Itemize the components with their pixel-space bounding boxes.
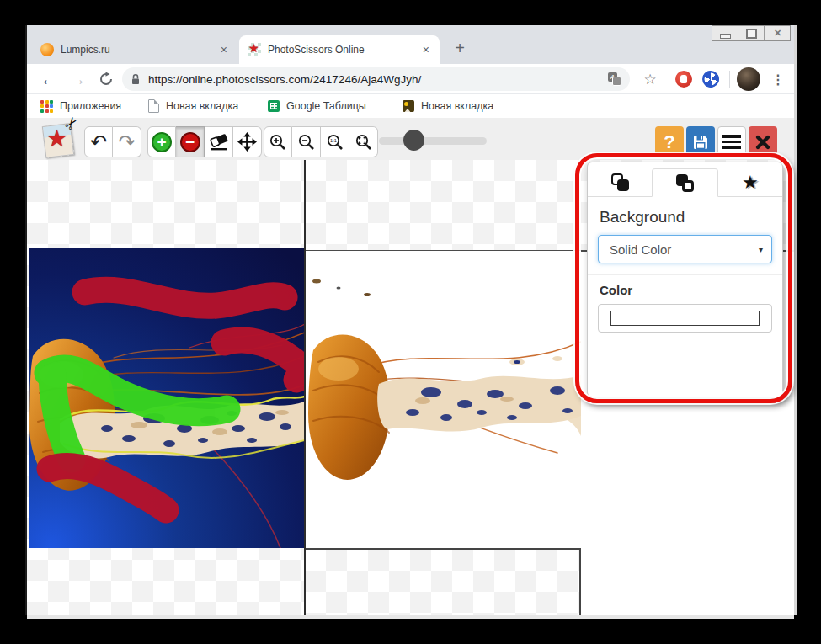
bookmark-google-sheets[interactable]: Google Таблицы (268, 94, 366, 118)
panel-tabs: ★ (588, 162, 782, 197)
sheets-icon (268, 100, 280, 112)
photoscissors-favicon-icon: ★ (248, 43, 261, 56)
address-bar[interactable]: https://online.photoscissors.com/2417246… (122, 67, 630, 91)
tab-title: PhotoScissors Online (268, 44, 421, 56)
tab-strip: ✕ Lumpics.ru × ★ PhotoScissors Online × … (27, 25, 794, 64)
transparency-checker-right-bottom (305, 548, 581, 615)
hamburger-icon (722, 135, 741, 138)
back-button[interactable]: ← (37, 67, 61, 91)
original-image-with-marks[interactable] (29, 248, 305, 548)
move-icon (237, 131, 258, 152)
close-x-icon (754, 134, 771, 151)
undo-button[interactable]: ↶ (84, 126, 113, 157)
brush-size-slider[interactable] (379, 137, 487, 145)
minus-circle-icon: − (180, 132, 200, 152)
photoscissors-logo: ★ ✂ (39, 120, 77, 158)
forward-button[interactable]: → (66, 67, 89, 91)
zoom-out-button[interactable] (292, 126, 321, 157)
history-group: ↶ ↷ (84, 126, 141, 157)
extension-icon[interactable] (702, 71, 719, 88)
brush-size-slider-thumb[interactable] (403, 130, 424, 151)
tab-photoscissors[interactable]: ★ PhotoScissors Online × (239, 35, 440, 64)
pan-button[interactable] (233, 126, 262, 157)
tab-close-icon[interactable]: × (421, 43, 431, 56)
eraser-button[interactable] (205, 126, 233, 157)
redo-icon: ↷ (118, 134, 135, 151)
window-controls: ✕ (712, 25, 791, 41)
reload-button[interactable] (94, 67, 118, 91)
zoom-group: 1:1 (264, 126, 378, 157)
save-floppy-icon (691, 133, 710, 152)
zoom-in-button[interactable] (264, 126, 292, 157)
result-image[interactable] (305, 251, 581, 548)
star-icon: ★ (742, 173, 759, 192)
profile-avatar[interactable] (737, 67, 760, 91)
screenshot-root: { "browser": { "tabs": [ {"title": "Lump… (0, 0, 821, 644)
panel-heading: Background (600, 208, 782, 226)
minimize-icon (720, 34, 731, 39)
zoom-in-icon (269, 133, 287, 152)
menu-button[interactable] (717, 126, 746, 157)
background-panel: ★ Background Solid Color ▾ Color (587, 162, 783, 397)
split-view-divider (304, 160, 306, 615)
bookmark-new-tab-2[interactable]: Новая вкладка (403, 94, 493, 118)
toolbar-separator (729, 71, 730, 88)
tab-title: Lumpics.ru (61, 44, 219, 56)
svg-text:1:1: 1:1 (330, 138, 337, 143)
layers-outline-icon (676, 174, 694, 192)
action-buttons: ? (655, 126, 777, 157)
undo-icon: ↶ (90, 134, 107, 151)
lock-icon (131, 73, 141, 86)
bookmarks-bar: Приложения Новая вкладка Google Таблицы … (27, 94, 794, 118)
close-editor-button[interactable] (749, 126, 777, 157)
image-icon (403, 100, 414, 112)
apps-grid-icon (40, 100, 53, 113)
keep-brush-button[interactable]: + (147, 126, 176, 157)
remove-brush-button[interactable]: − (176, 126, 205, 157)
translate-icon[interactable]: A (608, 72, 621, 86)
navigation-bar: ← → https://online.photoscissors.com/241… (27, 64, 794, 94)
zoom-out-icon (297, 133, 316, 152)
layers-filled-icon (611, 173, 629, 191)
plus-circle-icon: + (152, 132, 172, 152)
color-picker-button[interactable] (598, 304, 772, 333)
adblock-extension-icon[interactable] (675, 71, 692, 88)
maximize-icon (746, 29, 757, 39)
zoom-actual-button[interactable]: 1:1 (321, 126, 349, 157)
url-text[interactable]: https://online.photoscissors.com/2417246… (148, 73, 608, 86)
new-tab-button[interactable]: + (448, 36, 472, 60)
lumpics-favicon-icon (40, 43, 54, 56)
redo-button[interactable]: ↷ (113, 126, 141, 157)
bookmark-apps[interactable]: Приложения (40, 94, 121, 118)
background-type-dropdown[interactable]: Solid Color ▾ (598, 235, 772, 263)
bookmark-star-icon[interactable]: ☆ (638, 67, 662, 91)
color-label: Color (600, 283, 770, 297)
zoom-fit-icon (355, 133, 373, 152)
tab-lumpics[interactable]: Lumpics.ru × (32, 35, 237, 64)
close-icon: ✕ (774, 28, 781, 39)
star-icon: ★ (46, 125, 67, 152)
tab-background[interactable] (652, 168, 717, 197)
reload-icon (99, 72, 114, 87)
bookmark-new-tab[interactable]: Новая вкладка (148, 94, 238, 118)
close-window-button[interactable]: ✕ (764, 26, 790, 40)
brush-group: + − (147, 126, 262, 157)
page-icon (148, 99, 159, 113)
maximize-button[interactable] (738, 26, 764, 40)
tab-foreground[interactable] (588, 168, 652, 196)
panel-divider (588, 274, 782, 275)
chevron-down-icon: ▾ (759, 245, 763, 254)
tab-close-icon[interactable]: × (219, 43, 229, 56)
editor-toolbar: ★ ✂ ↶ ↷ + − (27, 118, 794, 160)
zoom-fit-button[interactable] (349, 126, 378, 157)
tab-favorites[interactable]: ★ (718, 168, 782, 196)
minimize-button[interactable] (712, 26, 738, 40)
color-swatch[interactable] (610, 311, 760, 326)
eraser-icon (209, 132, 229, 152)
browser-window: ✕ Lumpics.ru × ★ PhotoScissors Online × … (27, 25, 794, 615)
save-button[interactable] (686, 126, 715, 157)
help-button[interactable]: ? (655, 126, 684, 157)
browser-menu-button[interactable]: ⋮ (770, 67, 786, 91)
dropdown-value: Solid Color (610, 242, 671, 257)
editor-canvas: ★ Background Solid Color ▾ Color (27, 160, 794, 615)
